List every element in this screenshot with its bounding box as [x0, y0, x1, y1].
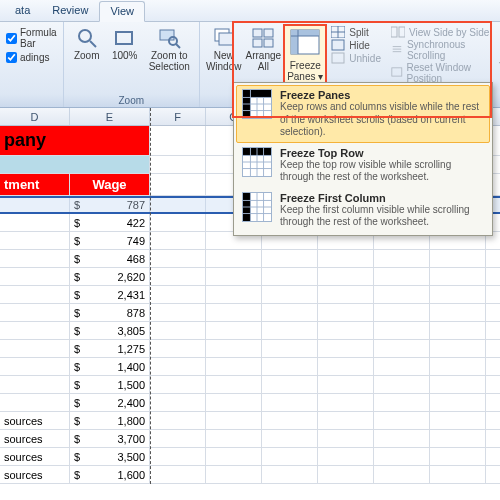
cell[interactable] [318, 340, 374, 357]
cell[interactable] [430, 376, 486, 393]
cell[interactable] [374, 358, 430, 375]
new-window-button[interactable]: New Window [204, 24, 244, 74]
cell-wage[interactable]: $1,500 [70, 376, 150, 393]
freeze-panes-button[interactable]: Freeze Panes ▾ [283, 24, 327, 86]
cell[interactable] [262, 394, 318, 411]
cell[interactable] [262, 448, 318, 465]
cell[interactable] [262, 412, 318, 429]
cell-wage[interactable]: $1,600 [70, 466, 150, 483]
cell[interactable] [430, 340, 486, 357]
cell[interactable] [150, 250, 206, 267]
cell[interactable] [374, 322, 430, 339]
table-row[interactable]: $2,400 [0, 394, 500, 412]
cell[interactable] [206, 430, 262, 447]
cell[interactable] [374, 394, 430, 411]
cell[interactable] [150, 286, 206, 303]
cell[interactable] [374, 412, 430, 429]
cell[interactable] [150, 376, 206, 393]
cell-dept[interactable] [0, 196, 70, 213]
cell[interactable] [150, 412, 206, 429]
cell[interactable] [374, 466, 430, 483]
cell[interactable] [318, 358, 374, 375]
table-row[interactable]: $1,500 [0, 376, 500, 394]
cell[interactable] [318, 448, 374, 465]
menu-freeze-first-column[interactable]: Freeze First Column Keep the first colum… [236, 188, 490, 233]
cell[interactable] [262, 304, 318, 321]
cell-wage[interactable]: $2,620 [70, 268, 150, 285]
table-row[interactable]: sources$1,600 [0, 466, 500, 484]
cell[interactable] [318, 412, 374, 429]
table-row[interactable]: sources$1,800 [0, 412, 500, 430]
cell-wage[interactable]: $749 [70, 232, 150, 249]
cell[interactable] [150, 268, 206, 285]
cell[interactable] [374, 376, 430, 393]
cell[interactable] [206, 304, 262, 321]
cell-dept[interactable] [0, 340, 70, 357]
cell[interactable] [262, 322, 318, 339]
cell-dept[interactable] [0, 250, 70, 267]
cell[interactable] [206, 358, 262, 375]
chk-headings[interactable]: adings [6, 52, 57, 63]
cell[interactable] [0, 156, 150, 173]
arrange-all-button[interactable]: Arrange All [243, 24, 283, 74]
tab-data[interactable]: ata [4, 0, 41, 21]
cell-wage[interactable]: $3,700 [70, 430, 150, 447]
cell[interactable] [430, 250, 486, 267]
cell[interactable] [150, 322, 206, 339]
cell[interactable] [206, 322, 262, 339]
table-row[interactable]: $3,805 [0, 322, 500, 340]
cell[interactable] [150, 394, 206, 411]
cell-wage[interactable]: $3,805 [70, 322, 150, 339]
cell[interactable] [374, 304, 430, 321]
header-wage[interactable]: Wage [70, 174, 150, 195]
hide-button[interactable]: Hide [331, 39, 381, 51]
cell[interactable] [374, 250, 430, 267]
cell[interactable] [430, 286, 486, 303]
cell[interactable] [318, 394, 374, 411]
cell-wage[interactable]: $2,431 [70, 286, 150, 303]
cell[interactable] [374, 340, 430, 357]
cell[interactable] [262, 268, 318, 285]
cell-dept[interactable] [0, 232, 70, 249]
cell[interactable] [318, 376, 374, 393]
split-button[interactable]: Split [331, 26, 381, 38]
tab-review[interactable]: Review [41, 0, 99, 21]
cell[interactable] [430, 394, 486, 411]
cell[interactable] [318, 322, 374, 339]
cell[interactable] [318, 268, 374, 285]
cell-dept[interactable] [0, 268, 70, 285]
table-row[interactable]: $2,620 [0, 268, 500, 286]
zoom-to-selection-button[interactable]: Zoom to Selection [144, 24, 195, 74]
cell[interactable] [374, 448, 430, 465]
cell[interactable] [430, 304, 486, 321]
cell[interactable] [150, 430, 206, 447]
cell[interactable] [150, 156, 206, 173]
table-row[interactable]: $1,400 [0, 358, 500, 376]
cell[interactable] [206, 448, 262, 465]
cell[interactable] [206, 394, 262, 411]
cell[interactable] [262, 250, 318, 267]
table-row[interactable]: $468 [0, 250, 500, 268]
table-row[interactable]: $1,275 [0, 340, 500, 358]
cell[interactable] [318, 304, 374, 321]
cell-dept[interactable] [0, 322, 70, 339]
cell-dept[interactable] [0, 358, 70, 375]
cell[interactable] [150, 174, 206, 195]
cell[interactable] [206, 286, 262, 303]
cell[interactable] [206, 340, 262, 357]
cell[interactable] [150, 358, 206, 375]
col-D[interactable]: D [0, 108, 70, 125]
cell[interactable] [318, 466, 374, 483]
cell[interactable] [206, 466, 262, 483]
cell[interactable] [374, 286, 430, 303]
cell[interactable] [374, 430, 430, 447]
cell[interactable] [262, 430, 318, 447]
zoom-button[interactable]: Zoom [68, 24, 106, 63]
cell-wage[interactable]: $878 [70, 304, 150, 321]
cell-dept[interactable] [0, 304, 70, 321]
chk-formula-bar[interactable]: Formula Bar [6, 27, 57, 49]
cell[interactable] [374, 268, 430, 285]
cell[interactable] [206, 250, 262, 267]
cell[interactable] [150, 196, 206, 213]
menu-freeze-top-row[interactable]: Freeze Top Row Keep the top row visible … [236, 143, 490, 188]
